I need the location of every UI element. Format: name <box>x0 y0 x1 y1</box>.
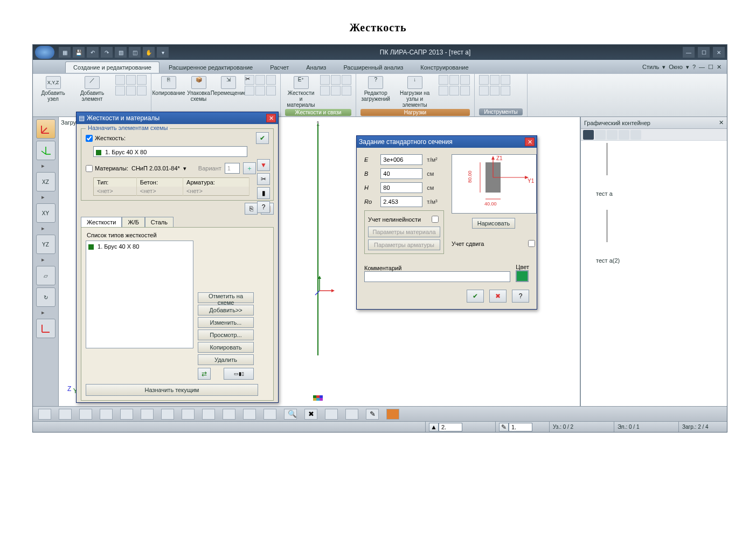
tab-rc[interactable]: Ж/Б <box>122 217 144 227</box>
panel-copy-icon[interactable] <box>607 130 618 140</box>
bt-sel4-icon[interactable] <box>182 409 195 420</box>
qat-new-icon[interactable]: ▦ <box>59 47 71 58</box>
bt-search-icon[interactable]: 🔍 <box>284 409 297 420</box>
input-E[interactable] <box>380 154 422 165</box>
mini-support-icon[interactable] <box>342 75 351 85</box>
bt-grid1-icon[interactable] <box>202 409 215 420</box>
mini-slab-icon[interactable] <box>126 86 136 95</box>
bt-lasso-icon[interactable] <box>59 409 72 420</box>
apply-stiffness-button[interactable]: ✔ <box>256 132 269 144</box>
stiffness-dialog-title[interactable]: ▤Жесткости и материалы ✕ <box>77 112 278 124</box>
mini-shell-icon[interactable] <box>115 75 125 85</box>
dialog-help-button[interactable]: ? <box>512 290 529 303</box>
move-button[interactable]: ⇲ Перемещение <box>216 75 241 97</box>
mini-split-icon[interactable] <box>245 86 254 95</box>
bt-clear-icon[interactable]: ✖ <box>304 409 317 420</box>
mini-tool2-icon[interactable] <box>490 75 500 85</box>
view-xyz-button[interactable] <box>36 141 56 160</box>
tab-analysis[interactable]: Анализ <box>298 61 334 73</box>
expand-icon[interactable]: ▸ <box>41 194 50 201</box>
copy-button[interactable]: ⎘ Копирование <box>156 75 182 97</box>
mini-load3-icon[interactable] <box>460 75 470 85</box>
mdi-close-icon[interactable]: ✕ <box>717 64 722 71</box>
add-element-button[interactable]: ／ Добавить элемент <box>72 75 112 103</box>
expand-icon[interactable]: ▸ <box>41 162 50 170</box>
tab-create-edit[interactable]: Создание и редактирование <box>65 61 159 73</box>
mini-tool5-icon[interactable] <box>490 86 500 95</box>
mini-link-icon[interactable] <box>320 86 330 95</box>
shear-checkbox[interactable] <box>528 240 535 247</box>
bt-pencil-icon[interactable]: ✎ <box>366 409 379 420</box>
mini-load4-icon[interactable] <box>439 86 448 95</box>
rotate-button[interactable]: ↻ <box>36 287 56 307</box>
section-dialog-close-icon[interactable]: ✕ <box>525 138 535 146</box>
panel-print-icon[interactable] <box>619 130 629 140</box>
bt-sel1-icon[interactable] <box>120 409 133 420</box>
mini-other-icon[interactable] <box>137 86 147 95</box>
mini-tool1-icon[interactable] <box>479 75 489 85</box>
mini-tool3-icon[interactable] <box>501 75 510 85</box>
help-button[interactable]: ? <box>257 201 270 213</box>
bt-grid4-icon[interactable] <box>263 409 276 420</box>
bt-flag1-icon[interactable] <box>325 409 338 420</box>
help-icon[interactable]: ? <box>692 64 696 70</box>
section-dialog-title[interactable]: Задание стандартного сечения ✕ <box>357 136 537 148</box>
pack-button[interactable]: 📦 Упаковка схемы <box>185 75 212 103</box>
panel-export-icon[interactable] <box>630 130 641 140</box>
snip-select[interactable]: СНиП 2.03.01-84* <box>131 165 180 172</box>
qat-render-icon[interactable]: ▧ <box>115 47 127 58</box>
qat-dropdown-icon[interactable]: ▾ <box>157 47 169 58</box>
style-menu[interactable]: Стиль <box>642 64 659 70</box>
status-spin2[interactable] <box>509 423 532 431</box>
variant-add-button[interactable]: ＋ <box>243 162 256 174</box>
panel-close-icon[interactable]: ✕ <box>719 119 724 126</box>
bt-zoom-icon[interactable] <box>79 409 92 420</box>
comment-input[interactable] <box>364 271 510 282</box>
mini-del-icon[interactable] <box>266 86 276 95</box>
ok-button[interactable]: ✔ <box>467 290 484 303</box>
view-ucs-button[interactable] <box>36 319 56 338</box>
mini-load1-icon[interactable] <box>439 75 448 85</box>
filter-button[interactable]: ▼ <box>257 159 270 171</box>
bt-poly-icon[interactable] <box>38 409 51 420</box>
tab-ext-edit[interactable]: Расширенное редактирование <box>161 61 261 73</box>
bt-sel3-icon[interactable] <box>161 409 174 420</box>
status-tri-icon[interactable]: ▲ <box>429 423 439 431</box>
add-stiffness-button[interactable]: Добавить>> <box>198 305 254 315</box>
status-pencil-icon[interactable]: ✎ <box>499 423 509 431</box>
bt-flag-icon[interactable] <box>386 409 399 420</box>
tab-stiff[interactable]: Жесткости <box>81 217 122 227</box>
materials-checkbox-input[interactable] <box>86 165 93 172</box>
stiffness-checkbox[interactable]: Жесткость: <box>86 135 126 142</box>
tab-design[interactable]: Конструирование <box>412 61 476 73</box>
mini-align-icon[interactable] <box>266 75 276 85</box>
bt-grid2-icon[interactable] <box>223 409 235 420</box>
mini-spring-icon[interactable] <box>320 75 330 85</box>
bt-grid3-icon[interactable] <box>243 409 256 420</box>
expand-icon[interactable]: ▸ <box>41 256 50 264</box>
mdi-min-icon[interactable]: — <box>699 64 705 70</box>
style-menu-caret-icon[interactable]: ▾ <box>662 64 665 71</box>
input-Ro[interactable] <box>380 196 422 207</box>
mini-load6-icon[interactable] <box>460 86 470 95</box>
mini-cc-icon[interactable] <box>331 86 341 95</box>
thumbnail-2[interactable] <box>607 210 607 242</box>
snip-caret-icon[interactable]: ▾ <box>183 165 186 172</box>
mini-load2-icon[interactable] <box>449 75 459 85</box>
copy-stiffness-button[interactable]: Копировать <box>198 342 254 353</box>
tab-calc[interactable]: Расчет <box>262 61 297 73</box>
stiffness-list[interactable]: 1. Брус 40 X 80 <box>86 241 193 348</box>
expand-icon[interactable]: ▸ <box>41 309 50 317</box>
shuffle-button[interactable]: ⇄ <box>198 368 211 380</box>
stiffness-dialog-close-icon[interactable]: ✕ <box>266 114 276 122</box>
window-menu[interactable]: Окно <box>669 64 683 70</box>
current-stiffness-field[interactable]: 1. Брус 40 X 80 <box>93 146 247 157</box>
nonlin-checkbox[interactable] <box>432 216 439 223</box>
mini-tool6-icon[interactable] <box>501 86 510 95</box>
list-item[interactable]: 1. Брус 40 X 80 <box>88 243 191 250</box>
mini-hinge-icon[interactable] <box>331 75 341 85</box>
qat-save-icon[interactable]: 💾 <box>73 47 85 58</box>
view-persp-button[interactable]: ▱ <box>36 266 56 285</box>
status-spin1[interactable] <box>439 423 462 431</box>
mini-tool4-icon[interactable] <box>479 86 489 95</box>
